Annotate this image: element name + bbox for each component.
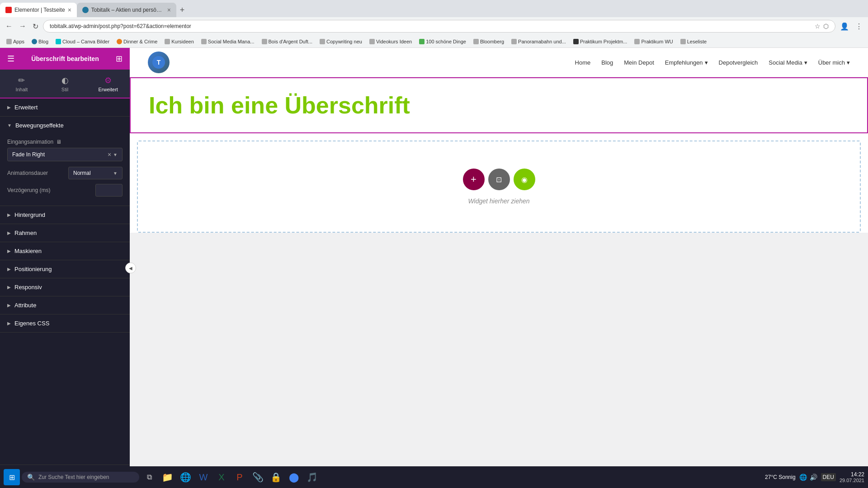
taskbar-search[interactable]: 🔍 Zur Suche Text hier eingeben xyxy=(22,472,139,483)
address-bar[interactable]: tobitalk.at/wp-admin/post.php?post=627&a… xyxy=(43,20,835,33)
monitor-icon: 🖥 xyxy=(56,139,61,145)
headline-section[interactable]: Ich bin eine Überschrift xyxy=(130,77,868,133)
bookmark-leseliste[interactable]: Leseliste xyxy=(678,38,709,45)
nav-empfehlungen[interactable]: Empfehlungen ▾ xyxy=(665,59,708,66)
animation-clear-icon[interactable]: × xyxy=(108,151,111,158)
bookmark-label-leseliste: Leseliste xyxy=(687,39,707,44)
verzoegerung-input[interactable] xyxy=(95,184,123,197)
tab-close-elementor[interactable]: × xyxy=(68,6,71,14)
section-css-title: Eigenes CSS xyxy=(14,320,49,327)
bookmark-icon-canva xyxy=(56,39,61,44)
taskbar-right: 27°C Sonnig 🌐 🔊 DEU 14:22 29.07.2021 xyxy=(765,471,864,483)
task6-button[interactable]: 🔒 xyxy=(268,469,284,485)
bookmark-apps[interactable]: Apps xyxy=(4,38,27,45)
reload-button[interactable]: ↻ xyxy=(31,20,40,33)
tab-wp[interactable]: TobitaIk – Aktien und persönlich... × xyxy=(77,3,176,17)
bookmark-video[interactable]: Videokurs Ideen xyxy=(367,38,415,45)
tab-label-wp: TobitaIk – Aktien und persönlich... xyxy=(91,7,165,13)
bookmark-100[interactable]: 100 schöne Dinge xyxy=(416,38,469,45)
tab-bar: Elementor | Testseite × TobitaIk – Aktie… xyxy=(0,0,868,17)
nav-depot[interactable]: Mein Depot xyxy=(624,59,654,66)
nav-depotvergleich[interactable]: Depotvergleich xyxy=(719,59,758,66)
panel-grid-icon[interactable]: ⊞ xyxy=(116,54,123,64)
word-button[interactable]: W xyxy=(195,469,212,485)
profile-button[interactable]: 👤 xyxy=(838,20,851,33)
star-icon[interactable]: ☆ xyxy=(815,23,821,30)
site-nav: Home Blog Mein Depot Empfehlungen ▾ Depo… xyxy=(575,59,850,66)
wp-site-preview: T Home Blog Mein Depot Empfehlungen ▾ De… xyxy=(130,48,868,233)
bookmark-kursideen[interactable]: Kursideen xyxy=(162,38,197,45)
svg-text:T: T xyxy=(157,59,161,66)
bookmark-label-kursideen: Kursideen xyxy=(171,39,194,44)
verzoegerung-row: Verzögerung (ms) xyxy=(7,184,123,197)
bookmark-icon-praktikum xyxy=(573,39,579,44)
bookmark-canva[interactable]: Cloud – Canva Bilder xyxy=(53,38,112,45)
powerpoint-button[interactable]: P xyxy=(231,469,248,485)
bookmark-copy[interactable]: Copywriting neu xyxy=(317,38,365,45)
menu-button[interactable]: ⋮ xyxy=(854,20,864,33)
canvas-content: T Home Blog Mein Depot Empfehlungen ▾ De… xyxy=(130,48,868,488)
bookmark-dinner[interactable]: Dinner & Crime xyxy=(114,38,160,45)
forward-button[interactable]: → xyxy=(17,20,28,32)
nav-home[interactable]: Home xyxy=(575,59,591,66)
task5-button[interactable]: 📎 xyxy=(250,469,266,485)
site-logo[interactable]: T xyxy=(148,52,170,73)
nav-blog[interactable]: Blog xyxy=(601,59,613,66)
logo-svg: T xyxy=(151,55,166,70)
task8-button[interactable]: 🎵 xyxy=(304,469,320,485)
canvas-area[interactable]: T Home Blog Mein Depot Empfehlungen ▾ De… xyxy=(130,48,868,488)
windows-icon: ⊞ xyxy=(9,473,15,482)
system-clock[interactable]: 14:22 29.07.2021 xyxy=(840,471,864,483)
files-button[interactable]: 📁 xyxy=(159,469,175,485)
section-attribute-title: Attribute xyxy=(14,302,36,309)
collapse-panel-button[interactable]: ◀ xyxy=(125,263,136,273)
weather-widget[interactable]: 27°C Sonnig xyxy=(765,474,796,480)
taskview-button[interactable]: ⧉ xyxy=(141,469,157,485)
section-rahmen[interactable]: ▶ Rahmen xyxy=(0,224,130,242)
section-bewegung[interactable]: ▼ Bewegungseffekte xyxy=(0,117,130,134)
section-hintergrund[interactable]: ▶ Hintergrund xyxy=(0,206,130,224)
bookmark-praktikum[interactable]: Praktikum Projektm... xyxy=(571,38,630,45)
animationsdauer-select[interactable]: Normal ▼ xyxy=(68,167,123,179)
section-attribute[interactable]: ▶ Attribute xyxy=(0,296,130,314)
clock-time: 14:22 xyxy=(840,471,864,478)
navigator-button[interactable]: ◉ xyxy=(514,169,535,190)
hamburger-icon[interactable]: ☰ xyxy=(7,54,14,64)
browser-chrome: Elementor | Testseite × TobitaIk – Aktie… xyxy=(0,0,868,48)
section-positionierung[interactable]: ▶ Positionierung xyxy=(0,260,130,278)
edge-button[interactable]: 🌐 xyxy=(177,469,193,485)
new-tab-button[interactable]: + xyxy=(176,5,189,15)
nav-uebermich[interactable]: Über mich ▾ xyxy=(818,59,850,66)
section-erweitert-title: Erweitert xyxy=(14,104,38,111)
bookmark-icon-social xyxy=(201,39,207,44)
bookmark-bois[interactable]: Bois d'Argent Duft... xyxy=(259,38,315,45)
tab-inhalt[interactable]: ✏ Inhalt xyxy=(0,70,43,98)
section-erweitert[interactable]: ▶ Erweitert xyxy=(0,99,130,116)
back-button[interactable]: ← xyxy=(4,20,14,32)
tab-stil[interactable]: ◐ Stil xyxy=(43,70,87,98)
section-css[interactable]: ▶ Eigenes CSS xyxy=(0,314,130,332)
tab-close-wp[interactable]: × xyxy=(167,6,171,14)
chrome-button[interactable]: ⬤ xyxy=(286,469,302,485)
start-button[interactable]: ⊞ xyxy=(4,469,20,485)
bookmark-panorama[interactable]: Panoramabahn und... xyxy=(509,38,569,45)
animation-dropdown[interactable]: Fade In Right × ▼ xyxy=(7,148,123,161)
bookmark-blog[interactable]: Blog xyxy=(29,38,51,45)
section-maskieren[interactable]: ▶ Maskieren xyxy=(0,242,130,260)
bookmark-bloomberg[interactable]: Bloomberg xyxy=(471,38,507,45)
section-responsiv[interactable]: ▶ Responsiv xyxy=(0,278,130,296)
template-button[interactable]: ⊡ xyxy=(488,169,510,190)
extension-icon[interactable]: ⬡ xyxy=(823,23,829,30)
volume-icon[interactable]: 🔊 xyxy=(810,474,817,481)
tab-erweitert[interactable]: ⚙ Erweitert xyxy=(86,70,130,99)
tab-favicon-wp xyxy=(82,7,89,13)
address-bar-row: ← → ↻ tobitalk.at/wp-admin/post.php?post… xyxy=(0,17,868,35)
nav-socialmedia[interactable]: Social Media ▾ xyxy=(769,59,807,66)
bookmark-wu[interactable]: Praktikum WU xyxy=(632,38,675,45)
tab-elementor[interactable]: Elementor | Testseite × xyxy=(0,3,77,17)
section-css-arrow: ▶ xyxy=(7,321,11,326)
add-widget-button[interactable]: + xyxy=(463,169,485,190)
excel-button[interactable]: X xyxy=(213,469,230,485)
network-icon[interactable]: 🌐 xyxy=(799,474,807,481)
bookmark-social[interactable]: Social Media Mana... xyxy=(198,38,257,45)
